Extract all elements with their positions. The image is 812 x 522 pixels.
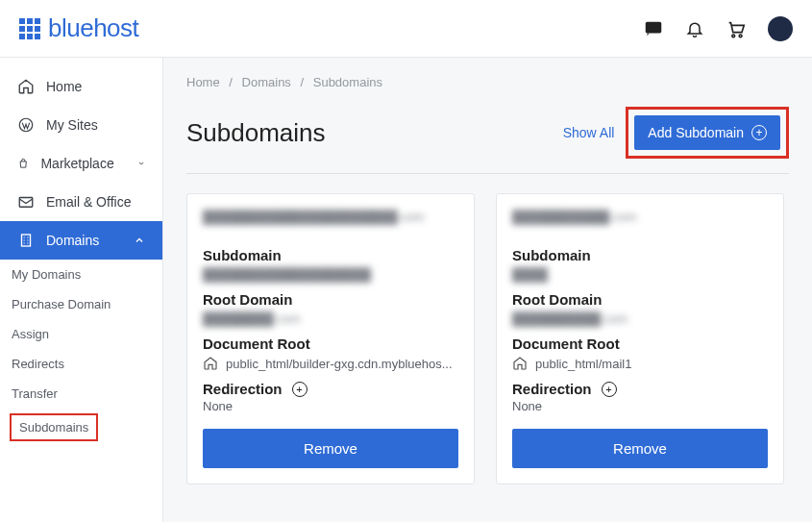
header-icons: ? bbox=[643, 16, 793, 41]
page-title: Subdomains bbox=[186, 118, 326, 148]
value-redirection: None bbox=[512, 399, 768, 413]
sidebar-sub-assign[interactable]: Assign bbox=[0, 319, 162, 349]
top-header: bluehost ? bbox=[0, 0, 812, 58]
sidebar-item-label: Email & Office bbox=[46, 194, 131, 210]
label-document-root: Document Root bbox=[512, 336, 768, 352]
sidebar-item-domains[interactable]: Domains bbox=[0, 221, 162, 260]
home-icon bbox=[17, 78, 35, 95]
sidebar-sub-redirects[interactable]: Redirects bbox=[0, 349, 162, 379]
sidebar-sub-subdomains[interactable]: Subdomains bbox=[10, 413, 98, 441]
logo-grid-icon bbox=[19, 18, 40, 39]
remove-button[interactable]: Remove bbox=[512, 429, 768, 468]
breadcrumb-home[interactable]: Home bbox=[186, 75, 220, 89]
label-root-domain: Root Domain bbox=[512, 291, 768, 308]
value-root-domain: ████████.com bbox=[203, 311, 458, 326]
sidebar-item-label: My Sites bbox=[46, 117, 98, 133]
document-root-row: public_html/mail1 bbox=[512, 356, 768, 371]
breadcrumb: Home / Domains / Subdomains bbox=[186, 75, 789, 89]
label-redirection: Redirection bbox=[512, 381, 592, 397]
document-root-row: public_html/builder-gxg.cdn.mybluehos... bbox=[203, 356, 458, 371]
add-subdomain-button[interactable]: Add Subdomain + bbox=[634, 115, 780, 150]
add-redirection-icon[interactable]: + bbox=[292, 382, 308, 397]
cart-icon[interactable] bbox=[726, 18, 747, 39]
breadcrumb-domains[interactable]: Domains bbox=[242, 75, 291, 89]
bag-icon bbox=[17, 155, 29, 172]
label-document-root: Document Root bbox=[203, 336, 458, 352]
sidebar-item-home[interactable]: Home bbox=[0, 67, 162, 106]
subdomain-card: ██████████████████████.com Subdomain ███… bbox=[186, 193, 475, 485]
sidebar-sub-transfer[interactable]: Transfer bbox=[0, 379, 162, 409]
brand-text: bluehost bbox=[48, 13, 138, 43]
building-icon bbox=[17, 232, 35, 249]
card-full-domain: ██████████████████████.com bbox=[203, 210, 458, 224]
remove-button[interactable]: Remove bbox=[203, 429, 458, 468]
sidebar: Home My Sites Marketplace Email & Office… bbox=[0, 58, 163, 522]
home-icon bbox=[203, 356, 218, 371]
label-redirection: Redirection bbox=[203, 381, 283, 397]
value-subdomain: ███████████████████ bbox=[203, 267, 458, 282]
wordpress-icon bbox=[17, 116, 35, 134]
card-full-domain: ███████████.com bbox=[512, 210, 768, 224]
bell-icon[interactable] bbox=[685, 19, 704, 38]
sidebar-item-email-office[interactable]: Email & Office bbox=[0, 183, 162, 221]
value-redirection: None bbox=[203, 399, 458, 413]
sidebar-item-label: Domains bbox=[46, 233, 99, 248]
add-subdomain-label: Add Subdomain bbox=[648, 125, 744, 140]
svg-text:?: ? bbox=[651, 22, 656, 32]
label-subdomain: Subdomain bbox=[203, 247, 458, 263]
value-document-root: public_html/builder-gxg.cdn.mybluehos... bbox=[226, 357, 453, 371]
sidebar-item-label: Home bbox=[46, 79, 82, 94]
chevron-up-icon bbox=[134, 235, 145, 246]
chevron-down-icon bbox=[137, 158, 145, 169]
mail-icon bbox=[17, 193, 35, 211]
show-all-link[interactable]: Show All bbox=[563, 125, 615, 140]
label-subdomain: Subdomain bbox=[512, 247, 768, 263]
subdomain-card: ███████████.com Subdomain ████ Root Doma… bbox=[496, 193, 784, 485]
help-chat-icon[interactable]: ? bbox=[643, 18, 664, 39]
add-subdomain-highlight: Add Subdomain + bbox=[626, 107, 789, 159]
avatar[interactable] bbox=[768, 16, 793, 41]
value-subdomain: ████ bbox=[512, 267, 768, 282]
sidebar-item-my-sites[interactable]: My Sites bbox=[0, 106, 162, 144]
svg-point-2 bbox=[732, 34, 735, 37]
plus-circle-icon: + bbox=[751, 125, 767, 140]
brand-logo[interactable]: bluehost bbox=[19, 13, 138, 43]
value-document-root: public_html/mail1 bbox=[535, 357, 631, 371]
main-content: Home / Domains / Subdomains Subdomains S… bbox=[163, 58, 812, 522]
label-root-domain: Root Domain bbox=[203, 291, 458, 308]
svg-point-3 bbox=[739, 34, 742, 37]
sidebar-sub-my-domains[interactable]: My Domains bbox=[0, 260, 162, 289]
svg-rect-5 bbox=[19, 198, 33, 208]
sidebar-item-label: Marketplace bbox=[40, 156, 113, 171]
cards-container: ██████████████████████.com Subdomain ███… bbox=[186, 193, 789, 485]
title-bar: Subdomains Show All Add Subdomain + bbox=[186, 107, 789, 174]
sidebar-sub-purchase-domain[interactable]: Purchase Domain bbox=[0, 289, 162, 319]
svg-rect-6 bbox=[22, 235, 31, 246]
breadcrumb-current: Subdomains bbox=[313, 75, 382, 89]
value-root-domain: ██████████.com bbox=[512, 311, 768, 326]
add-redirection-icon[interactable]: + bbox=[602, 382, 617, 397]
sidebar-item-marketplace[interactable]: Marketplace bbox=[0, 144, 162, 183]
home-icon bbox=[512, 356, 528, 371]
